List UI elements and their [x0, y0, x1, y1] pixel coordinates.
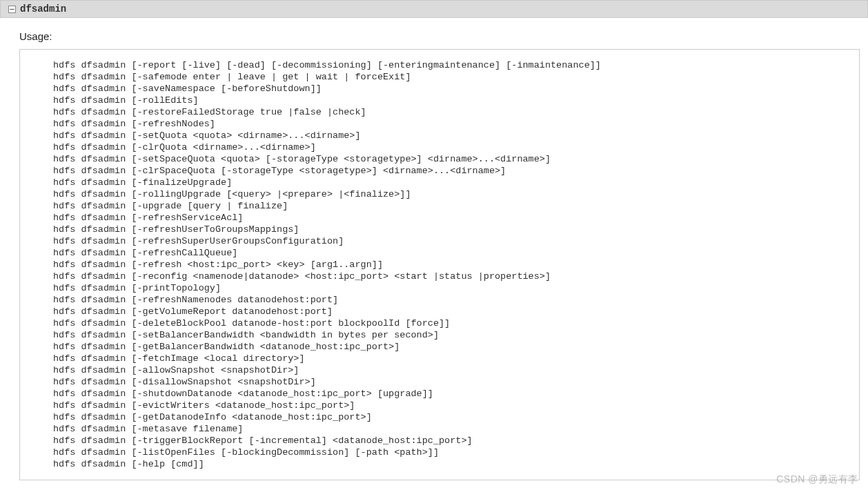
code-block: hdfs dfsadmin [-report [-live] [-dead] […	[19, 49, 860, 480]
usage-label: Usage:	[0, 18, 868, 49]
toggle-icon[interactable]	[8, 5, 16, 13]
header-bar: dfsadmin	[0, 0, 868, 18]
watermark: CSDN @勇远有李	[776, 473, 858, 486]
header-title: dfsadmin	[20, 3, 66, 14]
